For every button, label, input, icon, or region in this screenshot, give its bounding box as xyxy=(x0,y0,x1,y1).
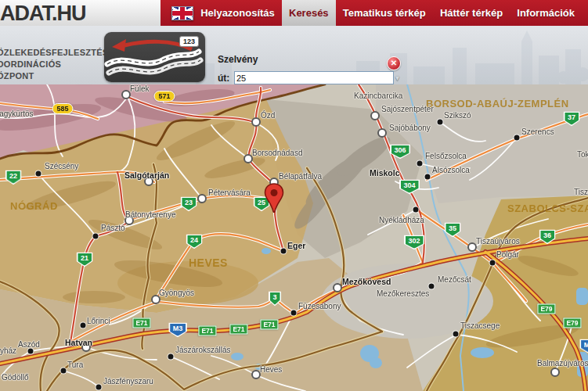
town-label: Mezőkeresztes xyxy=(377,289,429,298)
town-label: Sajóbábony xyxy=(389,124,431,132)
nav-item-informaciok[interactable]: Információk xyxy=(510,0,582,26)
badge-shape: 36 xyxy=(539,229,555,244)
badge-shape: 302 xyxy=(404,235,424,249)
map[interactable]: NÓGRÁDHEVESBORSOD-ABAÚJ-ZEMPLÉNSZABOLCS-… xyxy=(0,84,588,391)
road-badge: E71 xyxy=(260,320,278,330)
town-marker xyxy=(429,284,435,289)
town-label: Nyékládháza xyxy=(379,216,424,224)
town-label: Heves xyxy=(260,365,282,374)
nav-bar: Helyazonosítás Keresés Tematikus térkép … xyxy=(161,0,588,26)
badge-shape: 304 xyxy=(399,179,420,194)
road-badge: E71 xyxy=(229,325,247,335)
town-label: Bélapátfalva xyxy=(279,172,322,181)
town-marker xyxy=(370,111,380,120)
town-label: Eger xyxy=(287,241,305,250)
town-label: Salgótarján xyxy=(124,170,169,180)
town-marker xyxy=(514,135,520,141)
town-marker xyxy=(28,349,34,354)
town-label: Aszód xyxy=(18,340,40,349)
town-marker xyxy=(413,207,419,213)
town-label: Kazincbarcika xyxy=(354,91,402,100)
badge-number: 23 xyxy=(182,198,196,210)
town-marker xyxy=(93,234,99,239)
org-line-1: ÖZLEKEDÉSFEJLESZTÉSI xyxy=(0,47,111,59)
badge-number: 24 xyxy=(187,235,201,248)
form-title: Szelvény xyxy=(218,54,258,65)
badge-shape: 3 xyxy=(269,291,281,306)
nav-item-helyazonositas[interactable]: Helyazonosítás xyxy=(193,0,282,26)
town-marker xyxy=(281,249,287,254)
road-dropdown-arrow[interactable]: ▼ xyxy=(394,74,405,83)
town-marker xyxy=(61,368,67,374)
road-section-icon: 123 xyxy=(104,32,205,82)
road-badge: M3 xyxy=(579,336,588,354)
uk-flag-icon[interactable] xyxy=(171,6,193,20)
road-badge: 302 xyxy=(404,232,424,250)
road-input[interactable] xyxy=(234,71,394,84)
badge-number: M3 xyxy=(170,324,186,336)
town-label: Bátonyterenye xyxy=(125,210,176,219)
town-marker xyxy=(453,332,459,337)
road-badge: 585 xyxy=(52,103,73,114)
town-label: Tura xyxy=(67,361,83,369)
badge-number: 21 xyxy=(78,253,92,266)
county-label: NÓGRÁD xyxy=(10,200,58,212)
town-label: Sajószentpéter xyxy=(381,105,434,113)
org-line-3: ÖZPONT xyxy=(0,70,111,82)
badge-shape: 23 xyxy=(180,196,197,211)
county-label: SZABOLCS-SZAT xyxy=(507,203,588,214)
town-label: Füzesabony xyxy=(298,302,341,310)
badge-number: 3 xyxy=(269,292,280,305)
town-marker xyxy=(438,120,443,125)
road-badge: E79 xyxy=(563,318,581,328)
town-label: Tiszaújváros xyxy=(476,237,520,246)
road-badge: 571 xyxy=(153,91,175,102)
badge-number: 302 xyxy=(405,236,423,249)
town-marker xyxy=(377,128,387,138)
town-label: Lőrinci xyxy=(87,317,110,325)
town-marker xyxy=(36,171,41,177)
town-label: Pétervására xyxy=(208,188,251,197)
road-badge: 306 xyxy=(390,142,410,160)
badge-number: 35 xyxy=(446,224,460,236)
town-marker xyxy=(490,260,496,266)
org-line-2: OORDINÁCIÓS xyxy=(0,59,111,70)
road-badge: 23 xyxy=(180,194,197,212)
badge-shape: 306 xyxy=(390,144,410,159)
town-label: Mezőkövesd xyxy=(342,277,391,286)
nav-item-tematikus-terkep[interactable]: Tematikus térkép xyxy=(336,0,433,26)
site-logo[interactable]: ADAT.HU xyxy=(0,2,86,26)
town-label: Tisza xyxy=(574,188,588,196)
town-label: Jászárokszállás xyxy=(175,346,231,354)
road-badge: 24 xyxy=(186,231,202,249)
badge-number: 37 xyxy=(565,113,579,125)
town-label: Miskolc xyxy=(370,168,400,178)
town-label: Szécsény xyxy=(45,162,78,170)
badge-shape: 37 xyxy=(563,111,579,126)
badge-shape: 22 xyxy=(5,170,21,185)
town-label: Nagykürtös xyxy=(0,109,34,118)
road-badge: E71 xyxy=(198,326,216,336)
town-label: Borsodnádasd xyxy=(252,149,303,157)
nav-item-kereses[interactable]: Keresés xyxy=(282,0,336,26)
town-label: Fülek xyxy=(130,84,149,93)
top-navigation: ADAT.HU Helyazonosítás Keresés Tematikus… xyxy=(0,0,588,26)
town-label: Polgár xyxy=(496,250,519,259)
close-panel-button[interactable]: ✕ xyxy=(387,56,401,70)
badge-shape: 35 xyxy=(444,222,460,237)
road-badge: E71 xyxy=(132,318,150,328)
badge-number: 22 xyxy=(6,171,20,184)
town-marker xyxy=(333,283,342,292)
map-pin xyxy=(264,183,284,213)
badge-shape: M3 xyxy=(168,322,187,337)
town-marker xyxy=(251,117,261,127)
nav-item-hatter-terkep[interactable]: Háttér térkép xyxy=(433,0,510,26)
town-marker xyxy=(96,385,102,390)
town-label: yház xyxy=(0,346,16,355)
town-marker xyxy=(81,323,86,328)
organization-name: ÖZLEKEDÉSFEJLESZTÉSI OORDINÁCIÓS ÖZPONT xyxy=(0,47,111,82)
road-badge: 37 xyxy=(563,109,579,127)
road-badge: M3 xyxy=(168,320,187,338)
town-label: Szerencs xyxy=(521,127,554,136)
badge-shape: M3 xyxy=(579,339,588,353)
